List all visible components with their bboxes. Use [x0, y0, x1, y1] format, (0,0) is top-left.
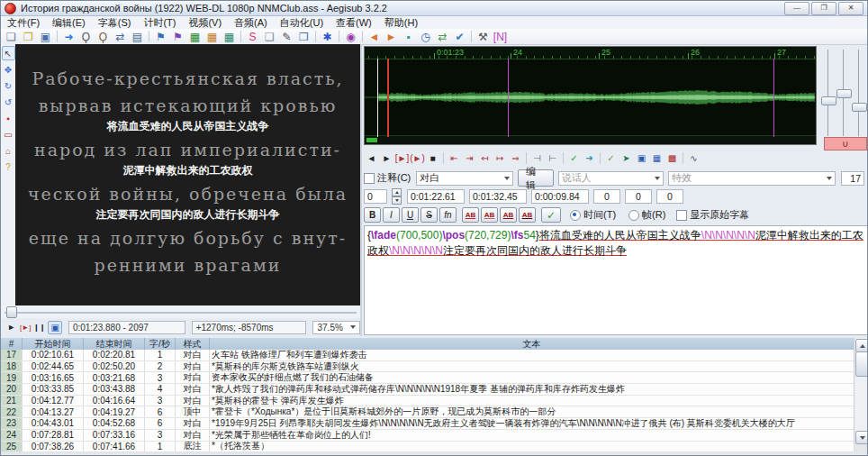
commit-button[interactable]: ✓: [541, 207, 561, 223]
auto-scroll-icon[interactable]: ▣: [634, 151, 649, 166]
margin-right-field[interactable]: 0: [625, 189, 652, 204]
karaoke-mode-icon[interactable]: ∿: [686, 151, 701, 166]
duration-field[interactable]: 0:00:09.84: [531, 189, 589, 204]
new-window-icon[interactable]: [N]: [492, 30, 509, 44]
spell-checker-icon[interactable]: ◉: [342, 30, 359, 44]
vertical-zoom-slider[interactable]: [836, 89, 852, 98]
new-subtitles-icon[interactable]: ❏: [3, 30, 20, 44]
subtitle-row[interactable]: 220:04:13.270:04:19.276顶中*霍登卡（*Ходынка*）…: [1, 406, 854, 418]
commit-icon[interactable]: ✓: [566, 151, 582, 166]
sort-lines-icon[interactable]: ⇄: [434, 30, 451, 44]
shadow-color-button[interactable]: AB: [519, 207, 536, 223]
audio-scrollbar-thumb[interactable]: [366, 138, 377, 142]
snap-to-scene-icon[interactable]: ▪: [400, 30, 417, 44]
properties-icon[interactable]: ✎: [278, 30, 295, 44]
strikeout-button[interactable]: S: [420, 207, 438, 223]
actor-select[interactable]: 说话人: [558, 171, 665, 186]
grid-header-1[interactable]: 开始时间: [23, 338, 84, 350]
underline-button[interactable]: U: [402, 207, 419, 223]
find-icon[interactable]: Ϙ: [77, 30, 95, 44]
video-display[interactable]: Рабоче-крестьянская власть,вырвав истека…: [15, 44, 360, 306]
play-selection-icon[interactable]: [►]: [394, 151, 410, 166]
subtitle-row[interactable]: 180:02:44.650:02:50.202对白*莫斯科的库尔斯克铁路车站遭到…: [1, 361, 854, 373]
auto-commit-icon[interactable]: ✓: [603, 151, 619, 166]
panel-splitter[interactable]: [360, 44, 362, 336]
video-play-line-button[interactable]: [►]: [18, 321, 32, 334]
seek-next-icon[interactable]: ►: [383, 30, 400, 44]
grid-scrollbar-thumb[interactable]: [855, 351, 868, 377]
menu-item-timing[interactable]: 计时(T): [137, 16, 182, 29]
subtitle-row[interactable]: 210:04:12.770:04:16.643对白*莫斯科的霍登卡 弹药库发生爆…: [1, 396, 854, 407]
scroll-up-button[interactable]: [855, 339, 868, 352]
subtitle-text-editor[interactable]: {\fade(700,500)\pos(720,729)\fs54}将流血受难的…: [364, 225, 868, 335]
effect-select[interactable]: 特效: [668, 171, 836, 186]
grid-header-4[interactable]: 样式: [176, 338, 210, 350]
menu-item-video[interactable]: 视频(V): [182, 16, 228, 29]
grid-header-0[interactable]: #: [1, 338, 23, 350]
grid-header-3[interactable]: 字/秒: [145, 338, 176, 350]
audio-display[interactable]: 0:01:2324252627: [364, 46, 817, 145]
styling-assistant-icon[interactable]: ⚑: [152, 30, 169, 44]
drag-mode-icon[interactable]: ✥: [2, 62, 15, 77]
selection-start-marker[interactable]: [387, 59, 389, 137]
select-visible-icon[interactable]: ✔: [451, 30, 468, 44]
video-play-button[interactable]: ►: [5, 321, 18, 334]
go-to-selection-icon[interactable]: ➜: [582, 151, 597, 166]
edit-style-button[interactable]: 编辑: [518, 169, 554, 187]
video-help-icon[interactable]: ?: [2, 160, 15, 174]
time-radio[interactable]: [570, 210, 581, 221]
play-last-500-icon[interactable]: ↦: [493, 151, 508, 166]
margin-vertical-field[interactable]: 0: [656, 189, 683, 204]
subtitle-row[interactable]: 240:07:28.810:07:33.163对白*光荣属于那些牺牲在革命岗位上…: [1, 430, 854, 442]
shift-by-time-icon[interactable]: ◷: [417, 30, 434, 44]
menu-item-subtitle[interactable]: 字幕(S): [92, 16, 138, 29]
replace-icon[interactable]: Ϙ: [95, 30, 112, 44]
italic-button[interactable]: I: [383, 207, 400, 223]
grid-header-5[interactable]: 文本: [210, 338, 854, 350]
horizontal-zoom-slider[interactable]: [821, 96, 836, 105]
subtitle-row[interactable]: 250:07:38.260:07:41.661底注*（托洛茨基）: [1, 442, 854, 453]
video-auto-seek-toggle[interactable]: ▣: [48, 321, 62, 334]
close-button[interactable]: ✕: [838, 2, 863, 15]
menu-item-view[interactable]: 查看(W): [330, 16, 378, 29]
karaoke-toggle-button[interactable]: ∪: [824, 137, 867, 150]
video-pause-button[interactable]: ❙❙: [32, 321, 46, 334]
scroll-down-button[interactable]: [855, 431, 868, 444]
seek-prev-icon[interactable]: ◄: [366, 30, 383, 44]
options-icon[interactable]: ⚒: [475, 30, 492, 44]
play-to-end-icon[interactable]: ⇒: [508, 151, 523, 166]
paste-over-icon[interactable]: ❒: [295, 30, 312, 44]
grid-header-2[interactable]: 结束时间: [84, 338, 145, 350]
kanji-timer-icon[interactable]: ▦: [221, 30, 238, 44]
keyframe-marker[interactable]: [508, 59, 509, 137]
shift-times-icon[interactable]: ⇄: [112, 30, 129, 44]
maximize-button[interactable]: ❐: [811, 2, 836, 15]
select-lines-icon[interactable]: ▤: [129, 30, 146, 44]
standard-mode-icon[interactable]: ↖: [2, 46, 15, 60]
frame-radio[interactable]: [628, 210, 639, 221]
menu-item-file[interactable]: 文件(F): [1, 16, 46, 29]
grid-scrollbar[interactable]: [854, 338, 868, 444]
play-500-before-icon[interactable]: ⇤: [447, 151, 462, 166]
menu-item-automation[interactable]: 自动化(U): [274, 16, 330, 29]
video-seek-thumb[interactable]: [6, 306, 17, 318]
translation-assistant-icon[interactable]: ⚑: [169, 30, 186, 44]
end-time-field[interactable]: 0:01:32.45: [469, 189, 527, 204]
subtitle-row[interactable]: 190:03:16.650:03:21.683对白资本家收买的奸细点燃了我们的石…: [1, 372, 854, 384]
subtitle-row[interactable]: 170:02:10.610:02:20.811对白火车站 铁路修理厂和列车遭到爆…: [1, 350, 854, 361]
rotate-z-mode-icon[interactable]: ↻: [2, 78, 15, 93]
save-subtitles-icon[interactable]: ▣: [37, 30, 54, 44]
audio-marker[interactable]: [377, 59, 378, 137]
spectrum-mode-icon[interactable]: ▦: [649, 151, 665, 166]
lead-in-icon[interactable]: ⊣: [529, 151, 545, 166]
outline-color-button[interactable]: AB: [500, 207, 517, 223]
clip-mode-icon[interactable]: ▭: [2, 127, 15, 141]
auto-next-icon[interactable]: ➤: [619, 151, 634, 166]
style-select[interactable]: 对白: [416, 171, 513, 186]
fonts-collector-icon[interactable]: ▦: [186, 30, 203, 44]
primary-color-button[interactable]: AB: [462, 207, 479, 223]
layer-field[interactable]: 0: [364, 189, 387, 204]
rotate-xy-mode-icon[interactable]: ↺: [2, 95, 15, 109]
scroll-right-icon[interactable]: ►: [379, 151, 394, 166]
menu-item-audio[interactable]: 音频(A): [228, 16, 274, 29]
